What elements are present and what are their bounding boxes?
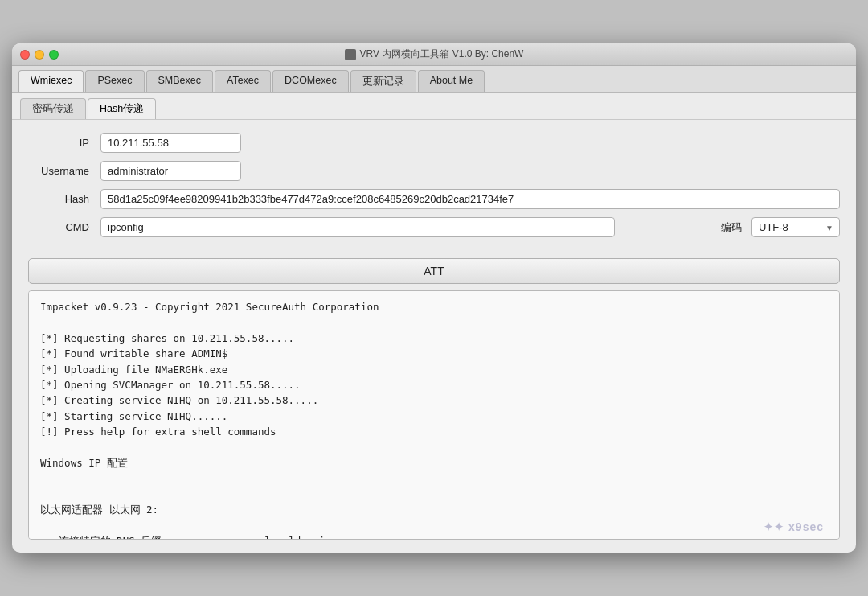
close-button[interactable] <box>20 50 30 60</box>
hash-label: Hash <box>28 193 100 205</box>
encoding-select[interactable]: UTF-8 GBK GB2312 <box>751 217 840 237</box>
tab-updatelog[interactable]: 更新记录 <box>350 70 416 92</box>
minimize-button[interactable] <box>35 50 44 60</box>
output-line: [!] Press help for extra shell commands <box>40 424 828 439</box>
titlebar-text: VRV 内网横向工具箱 V1.0 By: ChenW <box>360 47 524 61</box>
main-window: VRV 内网横向工具箱 V1.0 By: ChenW Wmiexec PSexe… <box>12 43 856 553</box>
tab-password[interactable]: 密码传递 <box>20 98 86 119</box>
output-line <box>40 314 828 330</box>
tab-atexec[interactable]: ATexec <box>215 70 271 92</box>
output-line: Windows IP 配置 <box>40 455 828 471</box>
output-line <box>40 439 828 454</box>
titlebar-title: VRV 内网横向工具箱 V1.0 By: ChenW <box>345 47 524 61</box>
titlebar-buttons <box>20 50 59 60</box>
encoding-label: 编码 <box>721 220 742 235</box>
att-button[interactable]: ATT <box>28 258 840 284</box>
ip-label: IP <box>28 137 100 149</box>
output-line: 以太网适配器 以太网 2: <box>40 502 828 517</box>
cmd-input[interactable] <box>100 217 615 237</box>
output-line: [*] Found writable share ADMIN$ <box>40 346 828 361</box>
app-icon <box>345 49 356 60</box>
ip-input[interactable] <box>100 133 241 153</box>
tabbar2: 密码传递 Hash传递 <box>12 93 856 120</box>
tab-hash[interactable]: Hash传递 <box>88 98 156 119</box>
output-line <box>40 487 828 502</box>
hash-input[interactable] <box>100 189 840 209</box>
tab-smbexec[interactable]: SMBexec <box>146 70 214 92</box>
output-line: Impacket v0.9.23 - Copyright 2021 Secure… <box>40 299 828 314</box>
output-line: [*] Opening SVCManager on 10.211.55.58..… <box>40 377 828 393</box>
output-area[interactable]: Impacket v0.9.23 - Copyright 2021 Secure… <box>28 290 840 540</box>
att-row: ATT <box>12 253 856 290</box>
username-row: Username <box>28 161 840 181</box>
cmd-row: CMD 编码 UTF-8 GBK GB2312 ▼ <box>28 217 840 237</box>
output-wrapper: Impacket v0.9.23 - Copyright 2021 Secure… <box>28 290 840 540</box>
username-label: Username <box>28 165 100 177</box>
output-line: [*] Creating service NIHQ on 10.211.55.5… <box>40 393 828 408</box>
tab-aboutme[interactable]: About Me <box>418 70 485 92</box>
tab-psexec[interactable]: PSexec <box>85 70 144 92</box>
output-line: 连接特定的 DNS 后缀 . . . . . . . : localdomain <box>40 533 828 540</box>
tabbar1: Wmiexec PSexec SMBexec ATexec DCOMexec 更… <box>12 66 856 93</box>
output-line: [*] Requesting shares on 10.211.55.58...… <box>40 331 828 346</box>
output-line: [*] Starting service NIHQ...... <box>40 409 828 424</box>
output-line <box>40 471 828 486</box>
output-line <box>40 517 828 532</box>
titlebar: VRV 内网横向工具箱 V1.0 By: ChenW <box>12 43 856 66</box>
maximize-button[interactable] <box>49 50 59 60</box>
output-line: [*] Uploading file NMaERGHk.exe <box>40 362 828 377</box>
tab-dcomexec[interactable]: DCOMexec <box>272 70 349 92</box>
username-input[interactable] <box>100 161 241 181</box>
tab-wmiexec[interactable]: Wmiexec <box>18 70 84 92</box>
ip-row: IP <box>28 133 840 153</box>
form-area: IP Username Hash CMD 编码 UTF-8 GBK GB2312 <box>12 120 856 253</box>
cmd-label: CMD <box>28 221 100 233</box>
hash-row: Hash <box>28 189 840 209</box>
encoding-select-wrapper: UTF-8 GBK GB2312 ▼ <box>751 217 840 237</box>
